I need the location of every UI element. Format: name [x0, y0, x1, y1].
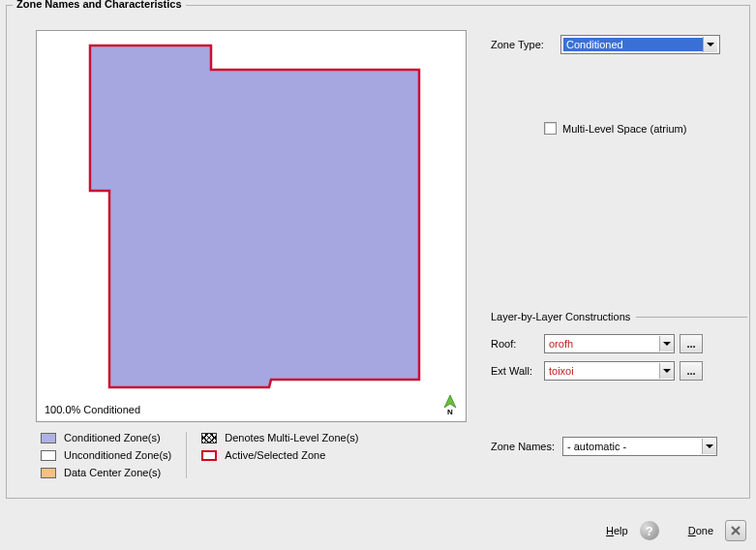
legend-item-unconditioned: Unconditioned Zone(s) [41, 449, 171, 461]
datacenter-swatch-icon [41, 468, 56, 478]
layer-section-title: Layer-by-Layer Constructions [491, 311, 630, 322]
legend-divider [186, 432, 187, 478]
section-divider [636, 317, 747, 318]
extwall-label: Ext Wall: [491, 365, 544, 377]
chevron-down-icon [703, 37, 717, 52]
legend-label: Conditioned Zone(s) [64, 432, 161, 443]
zone-type-select[interactable]: Conditioned [560, 35, 720, 54]
zone-names-select[interactable]: - automatic - [562, 437, 717, 456]
legend-label: Active/Selected Zone [225, 449, 325, 461]
extwall-value: toixoi [545, 365, 578, 377]
legend-item-datacenter: Data Center Zone(s) [41, 467, 171, 478]
zone-type-value: Conditioned [563, 38, 703, 51]
legend-label: Unconditioned Zone(s) [64, 449, 171, 461]
legend-label: Data Center Zone(s) [64, 467, 161, 478]
svg-marker-0 [90, 46, 419, 387]
close-button[interactable] [725, 520, 746, 541]
floor-plan-view[interactable]: 100.0% Conditioned N [36, 30, 467, 422]
zone-names-value: - automatic - [563, 441, 630, 452]
svg-text:N: N [447, 408, 453, 415]
dialog-footer: Help ? Done [0, 511, 756, 550]
roof-browse-button[interactable]: ... [680, 334, 703, 353]
roof-label: Roof: [491, 338, 544, 350]
close-icon [730, 525, 741, 536]
done-link[interactable]: Done [688, 525, 713, 536]
conditioned-percent-label: 100.0% Conditioned [45, 404, 140, 415]
roof-value: orofh [545, 338, 577, 350]
conditioned-swatch-icon [41, 433, 56, 443]
active-swatch-icon [201, 450, 217, 461]
chevron-down-icon [702, 439, 716, 454]
help-link[interactable]: Help [606, 525, 628, 536]
zone-names-label: Zone Names: [491, 441, 555, 452]
roof-select[interactable]: orofh [544, 334, 675, 353]
fieldset-title: Zone Names and Characteristics [13, 0, 186, 10]
zone-type-label: Zone Type: [491, 39, 560, 50]
unconditioned-swatch-icon [41, 450, 56, 461]
compass-north-icon: N [442, 394, 458, 415]
zone-characteristics-fieldset: Zone Names and Characteristics 100.0% Co… [6, 5, 750, 499]
legend-item-conditioned: Conditioned Zone(s) [41, 432, 171, 443]
legend-label: Denotes Multi-Level Zone(s) [225, 432, 358, 443]
legend: Conditioned Zone(s) Unconditioned Zone(s… [41, 432, 471, 478]
multilevel-swatch-icon [201, 433, 217, 443]
multi-level-label: Multi-Level Space (atrium) [562, 123, 686, 135]
help-icon[interactable]: ? [640, 521, 659, 540]
zone-polygon [37, 31, 468, 423]
svg-marker-1 [444, 395, 456, 408]
extwall-select[interactable]: toixoi [544, 361, 675, 381]
extwall-browse-button[interactable]: ... [680, 361, 703, 381]
legend-item-active: Active/Selected Zone [201, 449, 358, 461]
multi-level-checkbox[interactable] [544, 122, 557, 135]
chevron-down-icon [659, 336, 674, 351]
legend-item-multilevel: Denotes Multi-Level Zone(s) [201, 432, 358, 443]
chevron-down-icon [659, 363, 674, 379]
